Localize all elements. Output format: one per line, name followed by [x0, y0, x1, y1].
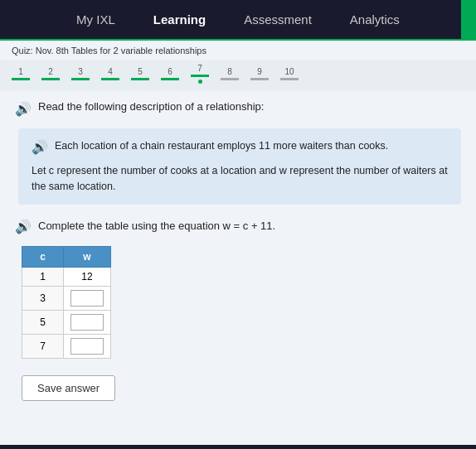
info-line-1: 🔊 Each location of a chain restaurant em… [32, 138, 448, 155]
info-line-2: Let c represent the number of cooks at a… [32, 163, 448, 195]
breadcrumb: Quiz: Nov. 8th Tables for 2 variable rel… [0, 41, 476, 60]
variable-table: c w 1 12 3 5 7 [22, 246, 111, 359]
w-input-cell-4 [64, 334, 111, 358]
prog-2[interactable]: 2 [41, 67, 60, 80]
nav-analytics[interactable]: Analytics [343, 8, 406, 31]
nav-my-ixl[interactable]: My IXL [70, 8, 122, 31]
prog-6[interactable]: 6 [161, 67, 179, 80]
prog-3[interactable]: 3 [71, 67, 90, 80]
speaker-icon-1[interactable]: 🔊 [15, 101, 32, 117]
prog-4[interactable]: 4 [101, 67, 119, 80]
info-box: 🔊 Each location of a chain restaurant em… [18, 128, 461, 205]
question1-text: Read the following description of a rela… [38, 100, 264, 113]
nav-assessment[interactable]: Assessment [237, 8, 318, 31]
w-input-cell-2 [64, 286, 111, 310]
table-row-1: 1 12 [22, 267, 111, 286]
prog-10[interactable]: 10 [280, 67, 299, 80]
table-row-4: 7 [22, 334, 111, 358]
col-w-header: w [64, 246, 111, 267]
prog-5[interactable]: 5 [131, 67, 149, 80]
nav-right-accent [461, 0, 476, 45]
progress-numbers: 1 2 3 4 5 6 7 8 9 10 [12, 64, 299, 84]
w-val-1: 12 [64, 267, 111, 286]
question-section: 🔊 Read the following description of a re… [0, 90, 476, 411]
prog-8[interactable]: 8 [221, 67, 239, 80]
nav-learning[interactable]: Learning [147, 8, 212, 31]
progress-bar: 1 2 3 4 5 6 7 8 9 10 [0, 60, 476, 90]
question2-prompt: 🔊 Complete the table using the equation … [15, 218, 461, 234]
col-c-header: c [22, 246, 64, 267]
question2-text: Complete the table using the equation w … [38, 220, 275, 232]
c-val-1: 1 [22, 267, 64, 286]
c-val-3: 5 [22, 310, 64, 334]
w-input-4[interactable] [70, 338, 104, 355]
save-answer-button[interactable]: Save answer [22, 375, 115, 401]
prog-7[interactable]: 7 [191, 64, 209, 84]
c-val-4: 7 [22, 334, 64, 358]
table-row-3: 5 [22, 310, 111, 334]
prog-1[interactable]: 1 [12, 67, 30, 80]
speaker-icon-3[interactable]: 🔊 [15, 219, 32, 234]
w-input-2[interactable] [70, 290, 104, 307]
w-input-cell-3 [64, 310, 111, 334]
table-row-2: 3 [22, 286, 111, 310]
content-area: Quiz: Nov. 8th Tables for 2 variable rel… [0, 41, 476, 445]
prog-9[interactable]: 9 [250, 67, 269, 80]
info-text-1: Each location of a chain restaurant empl… [55, 138, 388, 154]
info-text-2: Let c represent the number of cooks at a… [32, 163, 448, 195]
question1-prompt: 🔊 Read the following description of a re… [15, 100, 461, 117]
c-val-2: 3 [22, 286, 64, 310]
w-input-3[interactable] [70, 314, 104, 331]
speaker-icon-2[interactable]: 🔊 [32, 139, 48, 155]
breadcrumb-text: Quiz: Nov. 8th Tables for 2 variable rel… [12, 46, 206, 56]
top-nav: My IXL Learning Assessment Analytics [0, 0, 476, 41]
nav-wrapper: My IXL Learning Assessment Analytics [0, 0, 476, 41]
